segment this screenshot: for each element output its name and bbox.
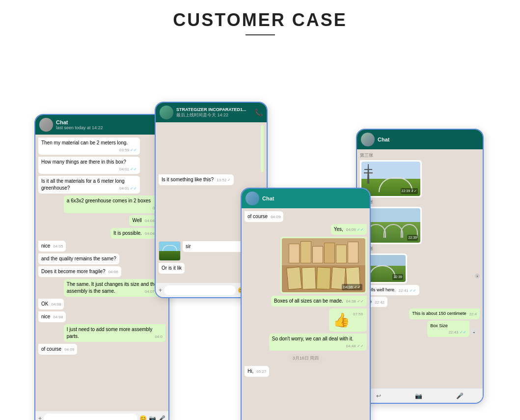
msg-time: 04:08 [53, 314, 63, 320]
msg: of course 04:09 [245, 211, 283, 222]
msg: Boxes of all sizes can be made. 04:38 ✓✓ [271, 296, 367, 307]
chat-footer-left[interactable]: + 😊 📷 🎤 [35, 411, 168, 420]
msg-time: 22:43 ✓✓ [448, 330, 466, 335]
msg-time: 04:09 ✓✓ [346, 227, 364, 232]
plus-icon[interactable]: + [159, 287, 162, 294]
msg: Hi, 05:27 [245, 366, 269, 377]
contact-name-mid-top: STRATEGIZER INCOPARATED1... [176, 107, 251, 112]
msg-time: 22:4 [469, 311, 477, 317]
chat-body-right: 第三张 22:39 ✓✓ 第五张 [357, 149, 483, 388]
msg-time: 04:01 ✓✓ [119, 167, 137, 172]
title-underline [246, 34, 275, 35]
contact-sub-left: last seen today at 14:22 [56, 125, 164, 130]
plus-icon[interactable]: + [38, 415, 42, 420]
msg-time: 04:08 [51, 302, 61, 307]
chat-input-mid-top[interactable] [164, 285, 236, 295]
msg-boxes-image: 04:36 ✓✓ [280, 237, 367, 294]
msg: and the quality remains the same? [38, 253, 119, 264]
contact-name-left: Chat [56, 119, 164, 125]
msg-time: 03:59 ✓✓ [119, 147, 137, 153]
avatar-mid-top [160, 106, 173, 119]
chat-input-left[interactable] [44, 414, 137, 420]
camera-icon[interactable]: 📷 [149, 415, 156, 420]
call-icon[interactable]: 📞 [254, 109, 263, 116]
section-3-label: 第三张 [360, 152, 373, 159]
chat-header-left: Chat last seen today at 14:22 [35, 115, 168, 135]
msg: Or is it lik [159, 263, 185, 274]
msg-time: 04:01 ✓✓ [119, 186, 137, 191]
msg-time: 13:52 ✓ [217, 177, 231, 183]
msg-time: 04:05 [53, 244, 63, 249]
phone-left: Chat last seen today at 14:22 Then my ma… [34, 114, 169, 420]
msg-time: 04:09 [64, 347, 74, 352]
msg: Then my material can be 2 meters long. 0… [38, 138, 140, 155]
nav-dot: › [475, 274, 480, 279]
msg: Is it all the materials for a 6 meter lo… [38, 176, 140, 194]
msg-image: ▶ 13:50 ✓✓ [261, 125, 264, 172]
msg: How many things are there in this box? 0… [38, 157, 140, 174]
msg: This is about 150 centimete 22:4 [409, 308, 480, 319]
msg-time: 04:09 [271, 214, 280, 220]
phone-right: Chat 第三张 22:39 ✓✓ [356, 129, 484, 404]
chat-body-mid-bot: of course 04:09 Yes, 04:09 ✓✓ [242, 208, 370, 420]
msg: The same. It just changes its size and t… [64, 279, 165, 297]
chat-header-mid-top: STRATEGIZER INCOPARATED1... 最后上线时间是今天 14… [156, 103, 267, 122]
msg: of course 04:09 [38, 344, 77, 355]
avatar-right [361, 133, 375, 146]
msg-time: 04:38 ✓✓ [346, 299, 364, 304]
chat-header-mid-bot: Chat [242, 189, 370, 208]
reply-icon[interactable]: ↩ [376, 392, 381, 399]
contact-sub-mid-top: 最后上线时间是今天 14:22 [176, 112, 251, 118]
screenshots-container: Chat last seen today at 14:22 Then my ma… [0, 50, 520, 420]
msg: Box Size 22:43 ✓✓ [427, 321, 469, 337]
contact-name-right: Chat [378, 137, 479, 142]
chat-header-right: Chat [357, 130, 483, 149]
msg: Yes, 04:09 ✓✓ [331, 224, 367, 235]
msg: So don't worry, we can all deal with it.… [269, 334, 367, 351]
msg: Does it become more fragile? 04:06 [38, 266, 121, 277]
phone-middle-bottom: Chat of course 04:09 Yes, 04:09 ✓✓ [241, 188, 371, 420]
msg: I just need to add some more assembly pa… [64, 324, 165, 342]
mic-icon4[interactable]: 🎤 [456, 392, 464, 399]
msg-time: 04:06 [109, 269, 118, 275]
avatar-mid-bot [246, 192, 259, 205]
msg-time: 04:48 ✓✓ [346, 343, 364, 349]
emoji-icon[interactable]: 😊 [139, 415, 147, 420]
date-badge: 3月16日 周四 [289, 354, 323, 363]
msg-time: 04:0 [155, 334, 163, 339]
msg-time: 05:27 [256, 369, 266, 374]
msg-time: 07:59 [353, 311, 363, 317]
expand-icon[interactable]: ⌄ [471, 328, 478, 335]
msg: nice 04:08 [38, 311, 66, 322]
msg: a 6x3x2 greenhouse comes in 2 boxes 04:0… [64, 196, 165, 213]
chat-footer-right[interactable]: ↩ 📷 🎤 [357, 388, 483, 403]
contact-name-mid-bot: Chat [262, 196, 366, 201]
msg: Is it something like this? 13:52 ✓ [159, 174, 234, 185]
camera-icon4[interactable]: 📷 [415, 392, 422, 399]
msg-time: 22:41 ✓✓ [399, 288, 416, 293]
mic-icon[interactable]: 🎤 [158, 415, 165, 420]
msg: OK 04:08 [38, 299, 64, 309]
page-title: CUSTOMER CASE [0, 0, 520, 34]
avatar-left [39, 118, 53, 132]
msg-thumb: 👍 07:59 [329, 308, 367, 332]
chat-body-left: Then my material can be 2 meters long. 0… [35, 135, 168, 411]
msg: nice 04:05 [38, 241, 66, 252]
msg-time: 22:42 [375, 300, 384, 305]
